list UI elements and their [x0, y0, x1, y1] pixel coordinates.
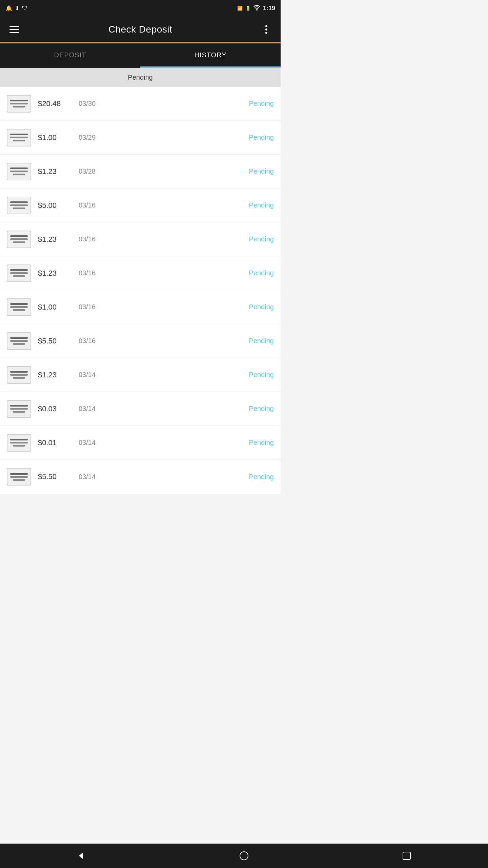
item-amount: $1.23 [38, 269, 72, 278]
check-line-middle [10, 272, 28, 274]
list-item[interactable]: $1.23 03/28 Pending [0, 155, 281, 189]
more-options-button[interactable] [259, 22, 274, 37]
item-status: Pending [249, 405, 274, 413]
item-amount: $20.48 [38, 99, 72, 108]
check-line-middle [10, 476, 28, 478]
check-line-top [10, 371, 28, 373]
check-line-middle [10, 171, 28, 172]
item-date: 03/30 [72, 100, 249, 107]
svg-rect-1 [9, 29, 19, 30]
check-icon [7, 95, 31, 113]
status-bar-right: 📶 🔋 1:19 [237, 5, 275, 12]
item-amount: $0.03 [38, 405, 72, 413]
check-line-middle [10, 204, 28, 206]
check-line-top [10, 473, 28, 475]
svg-point-3 [265, 25, 267, 27]
item-status: Pending [249, 371, 274, 379]
item-status: Pending [249, 100, 274, 107]
item-date: 03/16 [72, 303, 249, 311]
item-status: Pending [249, 473, 274, 481]
svg-point-5 [265, 32, 267, 34]
app-header: Check Deposit [0, 16, 281, 43]
check-line-top [10, 269, 28, 271]
item-date: 03/16 [72, 337, 249, 345]
list-item[interactable]: $5.50 03/14 Pending [0, 460, 281, 494]
check-icon [7, 400, 31, 418]
list-item[interactable]: $1.23 03/14 Pending [0, 358, 281, 392]
download-icon: ⬇ [15, 5, 19, 12]
list-item[interactable]: $20.48 03/30 Pending [0, 87, 281, 121]
item-date: 03/29 [72, 134, 249, 141]
check-icon [7, 163, 31, 180]
check-line-bottom [13, 208, 25, 209]
check-line-middle [10, 408, 28, 410]
check-line-bottom [13, 140, 25, 141]
check-line-bottom [13, 241, 25, 243]
item-status: Pending [249, 201, 274, 209]
check-line-top [10, 405, 28, 407]
check-line-middle [10, 306, 28, 308]
item-status: Pending [249, 269, 274, 277]
item-amount: $1.23 [38, 371, 72, 379]
notification-icon: 🔔 [5, 5, 12, 12]
item-date: 03/14 [72, 439, 249, 447]
check-line-top [10, 100, 28, 101]
item-status: Pending [249, 439, 274, 447]
check-line-middle [10, 238, 28, 240]
check-line-bottom [13, 343, 25, 345]
check-line-middle [10, 374, 28, 376]
check-line-bottom [13, 377, 25, 379]
check-line-middle [10, 137, 28, 138]
check-line-top [10, 303, 28, 305]
check-line-middle [10, 442, 28, 443]
item-status: Pending [249, 134, 274, 141]
check-icon [7, 129, 31, 146]
check-icon [7, 468, 31, 486]
item-date: 03/28 [72, 167, 249, 175]
section-pending-header: Pending [0, 68, 281, 87]
svg-point-4 [265, 28, 267, 31]
check-line-bottom [13, 445, 25, 447]
check-line-bottom [13, 479, 25, 481]
list-item[interactable]: $0.03 03/14 Pending [0, 392, 281, 426]
hamburger-button[interactable] [7, 22, 22, 37]
list-item[interactable]: $1.23 03/16 Pending [0, 222, 281, 256]
list-item[interactable]: $1.23 03/16 Pending [0, 256, 281, 290]
status-bar-left: 🔔 ⬇ 🛡 [5, 5, 27, 12]
list-item[interactable]: $1.00 03/16 Pending [0, 290, 281, 324]
check-line-top [10, 439, 28, 440]
shield-icon: 🛡 [22, 5, 27, 11]
check-line-bottom [13, 106, 25, 107]
check-line-top [10, 134, 28, 135]
list-item[interactable]: $5.00 03/16 Pending [0, 189, 281, 222]
check-line-bottom [13, 309, 25, 311]
item-date: 03/14 [72, 473, 249, 481]
check-line-top [10, 201, 28, 203]
check-line-middle [10, 103, 28, 104]
check-line-top [10, 337, 28, 339]
item-amount: $0.01 [38, 438, 72, 447]
check-line-bottom [13, 174, 25, 175]
tab-deposit[interactable]: DEPOSIT [0, 43, 140, 68]
item-status: Pending [249, 235, 274, 243]
list-item[interactable]: $1.00 03/29 Pending [0, 121, 281, 155]
wifi-icon [253, 5, 260, 12]
bluetooth-icon: 📶 [237, 6, 243, 11]
svg-rect-0 [9, 26, 19, 27]
pending-list: $20.48 03/30 Pending $1.00 03/29 Pending… [0, 87, 281, 494]
item-date: 03/14 [72, 371, 249, 379]
list-item[interactable]: $0.01 03/14 Pending [0, 426, 281, 460]
check-line-bottom [13, 411, 25, 413]
check-line-top [10, 235, 28, 237]
item-date: 03/16 [72, 201, 249, 209]
check-icon [7, 434, 31, 452]
item-date: 03/16 [72, 235, 249, 243]
item-amount: $1.00 [38, 303, 72, 312]
list-item[interactable]: $5.50 03/16 Pending [0, 324, 281, 358]
item-status: Pending [249, 303, 274, 311]
item-amount: $5.50 [38, 472, 72, 481]
check-line-bottom [13, 275, 25, 277]
tab-history[interactable]: HISTORY [140, 43, 281, 68]
check-icon [7, 231, 31, 248]
svg-rect-2 [9, 32, 19, 33]
